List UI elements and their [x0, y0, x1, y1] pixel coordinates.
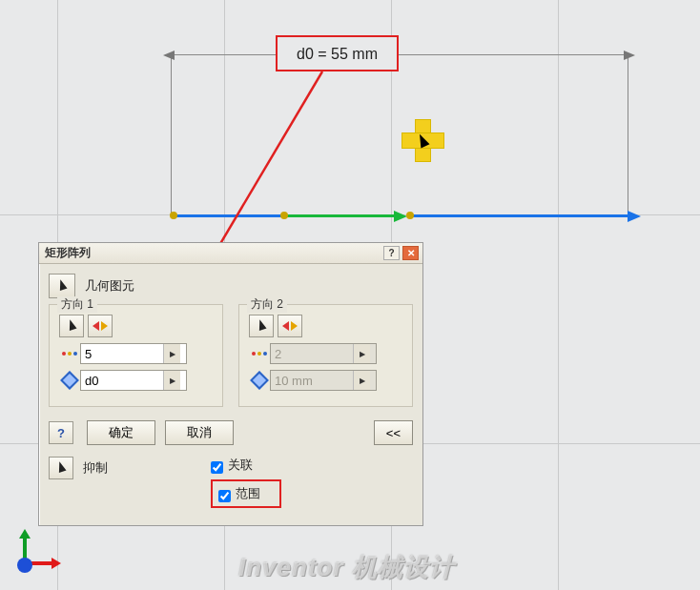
cancel-button[interactable]: 取消: [165, 420, 234, 445]
help-icon: ?: [57, 426, 65, 440]
spinner-button[interactable]: ▶: [353, 371, 370, 390]
range-checkbox[interactable]: [218, 490, 231, 502]
direction2-group: 方向 2 ▶: [238, 304, 413, 407]
arrowhead-icon: [628, 211, 641, 222]
help-button[interactable]: ?: [49, 421, 73, 444]
dir1-spacing-input[interactable]: [81, 371, 163, 390]
flip-icon: [93, 319, 108, 333]
cursor-icon: [256, 319, 267, 333]
pattern-point-icon: [170, 212, 177, 219]
dir1-select-button[interactable]: [59, 315, 84, 337]
dimension-extension-left: [171, 52, 172, 216]
spinner-button[interactable]: ▶: [163, 371, 180, 390]
dialog-title: 矩形阵列: [45, 245, 91, 261]
dir1-flip-button[interactable]: [88, 315, 113, 337]
count-icon: [249, 352, 270, 356]
direction1-group: 方向 1 ▶: [49, 304, 223, 407]
flip-icon: [282, 319, 298, 333]
dialog-help-button[interactable]: ?: [383, 246, 400, 260]
count-icon: [59, 352, 80, 356]
spacing-icon: [59, 374, 80, 387]
dimension-extension-right: [628, 52, 628, 216]
rectangular-pattern-dialog: 矩形阵列 ? ✕ 几何图元 方向 1: [38, 242, 423, 526]
dimension-line: [172, 54, 627, 64]
dir2-count-input-wrap: ▶: [270, 343, 377, 364]
spinner-button[interactable]: ▶: [353, 344, 370, 363]
dir1-spacing-input-wrap: ▶: [80, 370, 187, 391]
pattern-point-icon: [406, 212, 414, 219]
arrowhead-icon: [394, 211, 407, 222]
ok-button[interactable]: 确定: [87, 420, 155, 445]
dir-arrow-segment: [173, 214, 282, 217]
dir2-count-input: [271, 344, 353, 363]
direction1-title: 方向 1: [57, 296, 97, 313]
collapse-button[interactable]: <<: [374, 420, 413, 445]
dialog-titlebar[interactable]: 矩形阵列 ? ✕: [39, 243, 422, 264]
range-label: 范围: [236, 485, 260, 502]
cursor-icon: [55, 461, 67, 475]
direction2-title: 方向 2: [247, 296, 287, 313]
dir2-spacing-input: [271, 371, 353, 390]
range-option-highlight: 范围: [211, 479, 281, 508]
spinner-button[interactable]: ▶: [163, 344, 180, 363]
dir2-select-button[interactable]: [249, 315, 274, 337]
coordinate-triad-icon: [10, 527, 61, 579]
dialog-close-button[interactable]: ✕: [402, 246, 419, 260]
associative-checkbox[interactable]: [211, 461, 223, 474]
pattern-point-icon: [280, 212, 288, 219]
dir-arrow-segment: [410, 214, 628, 217]
dir1-count-input[interactable]: [81, 344, 163, 363]
dir-arrow-segment-active: [284, 214, 394, 217]
cursor-icon: [56, 279, 68, 293]
dimension-label[interactable]: d0 = 55 mm: [276, 35, 399, 71]
geometry-label: 几何图元: [85, 277, 134, 295]
dir1-count-input-wrap: ▶: [80, 343, 187, 364]
select-geometry-button[interactable]: [49, 274, 75, 298]
suppress-select-button[interactable]: [49, 457, 73, 479]
spacing-icon: [249, 374, 270, 387]
associative-label: 关联: [228, 457, 253, 474]
cursor-icon: [66, 319, 77, 333]
dir2-flip-button[interactable]: [278, 315, 302, 337]
suppress-label: 抑制: [83, 459, 108, 477]
dir2-spacing-input-wrap: ▶: [270, 370, 377, 391]
